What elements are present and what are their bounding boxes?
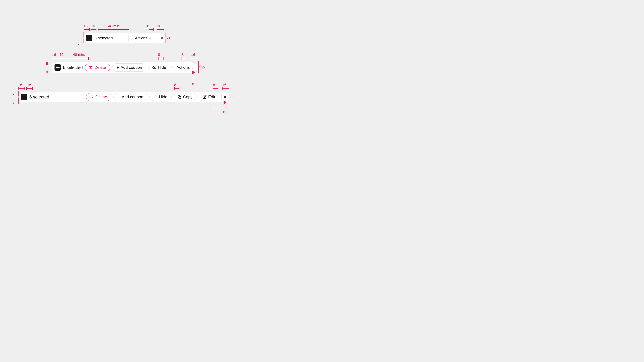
mline-8-1 xyxy=(149,29,154,30)
meas-32-1: 32 xyxy=(166,36,170,39)
plus-icon-3: + xyxy=(118,94,120,100)
meas-16-3: 16 xyxy=(157,24,161,28)
meas-16-5: 16 xyxy=(60,53,64,56)
svg-rect-2 xyxy=(179,96,181,98)
mline-8-5 xyxy=(213,88,218,88)
toolbar-2: 6 selected Delete + Add coupon Hide Acti… xyxy=(52,62,196,73)
vline-r1 xyxy=(166,32,166,42)
mline-16-2 xyxy=(90,29,96,30)
mline-16-6 xyxy=(191,58,198,58)
meas-16-6: 16 xyxy=(191,53,195,56)
meas-8-2: 8 xyxy=(158,53,160,56)
checkbox-1[interactable] xyxy=(86,35,92,41)
hide-button-2[interactable]: Hide xyxy=(148,64,170,71)
toolbar-1: 6 selected Actions ⌄ × xyxy=(84,33,166,43)
meas-48min-2: 48 min. xyxy=(73,53,85,56)
toolbar-3: 6 selected Delete + Add coupon Hide Copy xyxy=(18,92,230,102)
add-coupon-button-3[interactable]: + Add coupon xyxy=(113,93,148,101)
edit-icon xyxy=(203,95,206,99)
mline-16-7 xyxy=(18,88,25,88)
add-coupon-button-2[interactable]: + Add coupon xyxy=(112,64,146,72)
trash-icon xyxy=(89,66,93,69)
meas-8-1: 8 xyxy=(147,24,149,28)
meas-16-9: 16 xyxy=(222,83,226,87)
delete-button-2[interactable]: Delete xyxy=(85,64,110,71)
mline-16-9 xyxy=(222,88,229,88)
copy-icon xyxy=(178,95,182,99)
meas-8-top3: 8 xyxy=(12,92,14,95)
mline-8-2 xyxy=(158,58,164,58)
mline-8-3 xyxy=(181,58,186,58)
meas-16-4: 16 xyxy=(52,53,56,56)
divider-3 xyxy=(200,64,201,71)
close-button-1[interactable]: × xyxy=(160,36,163,41)
selected-label-2: 6 selected xyxy=(63,65,83,70)
mline-16-8 xyxy=(26,88,33,88)
meas-8-top2: 8 xyxy=(46,62,48,66)
meas-16-1: 16 xyxy=(84,24,88,28)
mline-bot-8 xyxy=(213,109,218,109)
meas-16-8: 16 xyxy=(27,83,31,87)
selected-label-3: 6 selected xyxy=(29,94,84,100)
meas-8-far2: 8 xyxy=(192,82,194,86)
meas-8-bot3: 8 xyxy=(12,101,14,104)
meas-16-2: 16 xyxy=(92,24,96,28)
mline-16-1 xyxy=(84,29,90,30)
selected-label-1: 6 selected xyxy=(94,36,126,40)
close-button-2[interactable]: × xyxy=(203,64,206,70)
vline-r3 xyxy=(230,91,230,104)
divider-4 xyxy=(221,94,222,100)
delete-button-3[interactable]: Delete xyxy=(86,93,111,101)
mline-48min xyxy=(98,29,129,30)
overflow-triangle-3 xyxy=(224,100,226,105)
meas-8-bot1: 8 xyxy=(78,42,80,45)
hide-icon-3 xyxy=(154,95,157,99)
divider-1 xyxy=(128,35,129,41)
meas-8-bot2: 8 xyxy=(46,70,48,74)
meas-8-top1: 8 xyxy=(78,32,80,36)
overflow-triangle-2 xyxy=(192,70,195,75)
close-button-3[interactable]: × xyxy=(224,94,226,100)
actions-button-1[interactable]: Actions ⌄ xyxy=(131,35,156,42)
edit-button-3[interactable]: Edit xyxy=(199,93,219,101)
divider-2 xyxy=(158,35,158,41)
meas-8-4: 8 xyxy=(174,83,176,87)
hide-icon xyxy=(152,66,156,69)
mline-8-4 xyxy=(174,88,180,88)
chevron-down-icon-2: ⌄ xyxy=(191,66,194,70)
meas-48min-1: 48 min. xyxy=(108,24,120,28)
copy-button-3[interactable]: Copy xyxy=(174,93,197,101)
meas-8-far3: 8 xyxy=(223,110,225,114)
hide-button-3[interactable]: Hide xyxy=(150,93,172,101)
mline-16-3 xyxy=(157,29,164,30)
checkbox-3[interactable] xyxy=(21,94,27,100)
meas-8-3: 8 xyxy=(182,53,184,56)
mline-48min-2 xyxy=(66,58,89,58)
chevron-down-icon: ⌄ xyxy=(149,36,152,40)
trash-icon-3 xyxy=(90,95,94,99)
plus-icon: + xyxy=(116,65,119,70)
mline-16-5 xyxy=(59,58,65,58)
vline-r2 xyxy=(198,62,198,73)
checkbox-2[interactable] xyxy=(54,64,61,70)
mline-16-4 xyxy=(52,58,58,58)
vline-far-r3 xyxy=(226,102,226,114)
meas-16-7: 16 xyxy=(18,83,22,87)
meas-8-5: 8 xyxy=(213,83,215,87)
meas-32-3: 32 xyxy=(230,95,234,99)
